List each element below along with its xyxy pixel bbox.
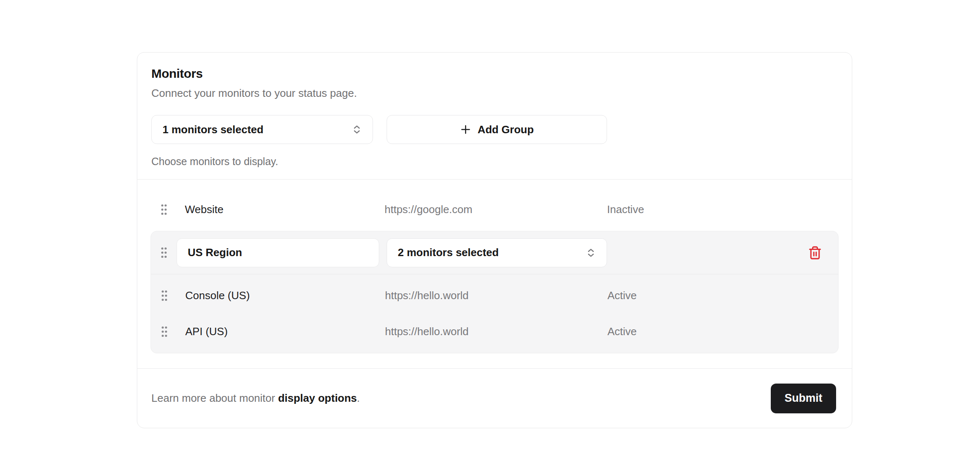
drag-handle[interactable] <box>151 247 177 259</box>
monitors-select-value: 1 monitors selected <box>163 123 263 136</box>
grip-dots-icon <box>161 326 168 338</box>
delete-group-button[interactable] <box>805 243 825 263</box>
monitor-row-api-us: API (US) https://hello.world Active <box>151 314 838 350</box>
drag-handle[interactable] <box>151 204 177 216</box>
monitor-url: https://hello.world <box>385 325 607 338</box>
monitor-name: Website <box>177 203 385 216</box>
page-subtitle: Connect your monitors to your status pag… <box>151 86 838 100</box>
footer-note: Learn more about monitor display options… <box>151 392 360 405</box>
monitor-status: Active <box>607 289 838 302</box>
helper-text: Choose monitors to display. <box>151 155 838 168</box>
add-group-button[interactable]: Add Group <box>387 115 607 144</box>
drag-handle[interactable] <box>151 290 177 302</box>
monitor-group: 2 monitors selected <box>151 231 839 353</box>
group-name-input[interactable] <box>177 238 379 267</box>
monitors-select[interactable]: 1 monitors selected <box>151 115 373 144</box>
monitor-url: https://google.com <box>385 203 607 216</box>
group-monitors-select-value: 2 monitors selected <box>398 246 499 259</box>
card-footer: Learn more about monitor display options… <box>137 369 852 428</box>
monitor-row-console-us: Console (US) https://hello.world Active <box>151 278 838 314</box>
trash-icon <box>808 246 822 260</box>
footer-note-suffix: . <box>357 392 360 404</box>
footer-note-prefix: Learn more about monitor <box>151 392 278 404</box>
page-title: Monitors <box>151 66 838 82</box>
monitor-list: Website https://google.com Inactive <box>137 180 852 368</box>
chevrons-up-down-icon <box>585 247 597 259</box>
grip-dots-icon <box>161 290 168 302</box>
card-header: Monitors Connect your monitors to your s… <box>137 53 852 179</box>
controls-row: 1 monitors selected Add Group <box>151 115 838 144</box>
monitor-status: Inactive <box>607 203 839 216</box>
monitor-row-website: Website https://google.com Inactive <box>151 191 839 228</box>
grip-dots-icon <box>160 247 167 259</box>
monitor-name: Console (US) <box>177 289 385 302</box>
group-monitors-select[interactable]: 2 monitors selected <box>387 238 607 267</box>
add-group-label: Add Group <box>478 123 534 136</box>
plus-icon <box>460 124 471 135</box>
monitor-status: Active <box>607 325 838 338</box>
footer-note-link[interactable]: display options <box>278 392 357 404</box>
monitor-url: https://hello.world <box>385 289 607 302</box>
submit-button[interactable]: Submit <box>771 384 836 413</box>
drag-handle[interactable] <box>151 326 177 338</box>
chevrons-up-down-icon <box>351 124 363 135</box>
monitor-name: API (US) <box>177 325 385 338</box>
monitors-card: Monitors Connect your monitors to your s… <box>137 52 852 428</box>
group-members: Console (US) https://hello.world Active <box>151 274 838 353</box>
group-header-row: 2 monitors selected <box>151 231 838 274</box>
grip-dots-icon <box>160 204 167 216</box>
